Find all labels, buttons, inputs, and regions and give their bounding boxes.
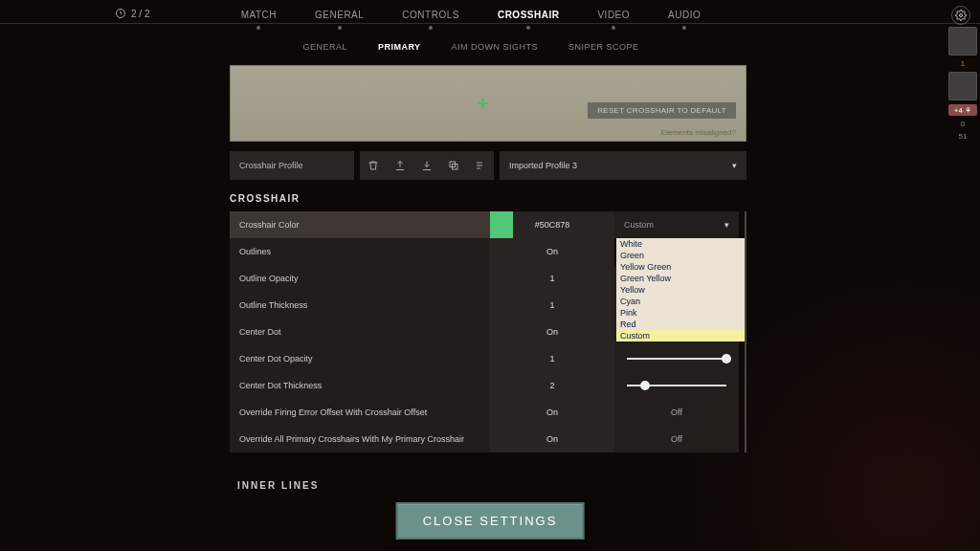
tab-match[interactable]: MATCH xyxy=(241,10,277,20)
chevron-down-icon: ▾ xyxy=(724,220,729,230)
tab-crosshair[interactable]: CROSSHAIR xyxy=(498,10,560,20)
profile-select[interactable]: Imported Profile 3 ▾ xyxy=(500,151,746,180)
crosshair-settings: Crosshair Color #50C878 Custom▾ White Gr… xyxy=(230,211,746,452)
import-profile-button[interactable] xyxy=(417,156,436,175)
section-crosshair: CROSSHAIR xyxy=(230,193,746,204)
subtab-sniper[interactable]: SNIPER SCOPE xyxy=(568,42,639,52)
profile-icon-group xyxy=(360,151,494,180)
tab-controls[interactable]: CONTROLS xyxy=(402,10,459,20)
upload-icon xyxy=(394,160,406,171)
section-inner-lines: INNER LINES xyxy=(237,480,319,491)
party-sidebar: 1 +4 ⚘ 0 51 xyxy=(946,27,980,141)
header-divider xyxy=(0,23,980,24)
override-primary-off-button[interactable]: Off xyxy=(614,426,739,452)
outline-thickness-value[interactable]: 1 xyxy=(490,292,614,319)
party-count-3: 51 xyxy=(959,132,968,141)
center-dot-thickness-slider[interactable] xyxy=(614,372,739,399)
edit-profile-button[interactable] xyxy=(471,156,490,175)
copy-icon xyxy=(448,160,459,171)
label-center-dot-thickness: Center Dot Thickness xyxy=(230,372,490,399)
label-center-dot-opacity: Center Dot Opacity xyxy=(230,345,490,372)
label-override-firing: Override Firing Error Offset With Crossh… xyxy=(230,399,490,426)
profile-selected: Imported Profile 3 xyxy=(509,161,577,170)
chevron-down-icon: ▾ xyxy=(732,161,737,170)
label-outline-opacity: Outline Opacity xyxy=(230,265,490,292)
center-dot-opacity-slider[interactable] xyxy=(614,345,739,372)
color-option-greenyellow[interactable]: Green Yellow xyxy=(616,273,745,284)
download-icon xyxy=(421,160,433,171)
row-center-dot-opacity: Center Dot Opacity 1 xyxy=(230,345,739,372)
misaligned-link[interactable]: Elements misaligned? xyxy=(661,128,736,137)
color-swatch xyxy=(490,211,513,238)
tab-video[interactable]: VIDEO xyxy=(597,10,630,20)
export-profile-button[interactable] xyxy=(390,156,410,175)
list-icon xyxy=(475,160,486,171)
trash-icon xyxy=(368,160,379,171)
settings-gear-button[interactable] xyxy=(951,6,970,25)
label-outlines: Outlines xyxy=(230,238,490,265)
profile-label: Crosshair Profile xyxy=(230,151,354,180)
crosshair-icon: ✛ xyxy=(478,97,488,111)
party-avatar-2[interactable] xyxy=(948,72,977,100)
color-option-cyan[interactable]: Cyan xyxy=(616,296,745,307)
subtab-primary[interactable]: PRIMARY xyxy=(378,42,421,52)
row-override-firing: Override Firing Error Offset With Crossh… xyxy=(230,399,739,426)
row-crosshair-color: Crosshair Color #50C878 Custom▾ White Gr… xyxy=(230,211,739,238)
tab-audio[interactable]: AUDIO xyxy=(668,10,701,20)
nav-secondary: GENERAL PRIMARY AIM DOWN SIGHTS SNIPER S… xyxy=(0,42,942,52)
copy-profile-button[interactable] xyxy=(444,156,463,175)
color-option-red[interactable]: Red xyxy=(616,319,745,330)
tab-general[interactable]: GENERAL xyxy=(315,10,364,20)
outlines-on-button[interactable]: On xyxy=(490,238,614,265)
color-dropdown: White Green Yellow Green Green Yellow Ye… xyxy=(616,238,745,342)
color-option-green[interactable]: Green xyxy=(616,250,745,261)
delete-profile-button[interactable] xyxy=(364,156,383,175)
settings-panel: ✛ RESET CROSSHAIR TO DEFAULT Elements mi… xyxy=(230,65,746,452)
label-center-dot: Center Dot xyxy=(230,319,490,345)
override-primary-on-button[interactable]: On xyxy=(490,426,614,452)
label-crosshair-color: Crosshair Color xyxy=(230,211,490,238)
center-dot-thickness-value[interactable]: 2 xyxy=(490,372,614,399)
center-dot-opacity-value[interactable]: 1 xyxy=(490,345,614,372)
party-badge: +4 ⚘ xyxy=(948,104,977,116)
color-option-white[interactable]: White xyxy=(616,238,745,250)
party-count-1: 1 xyxy=(961,59,965,68)
color-option-yellow[interactable]: Yellow xyxy=(616,284,745,296)
profile-row: Crosshair Profile Imported Profile 3 ▾ xyxy=(230,151,746,180)
override-firing-off-button[interactable]: Off xyxy=(614,399,739,426)
color-preset-select[interactable]: Custom▾ White Green Yellow Green Green Y… xyxy=(614,211,739,238)
gear-icon xyxy=(955,10,967,21)
label-outline-thickness: Outline Thickness xyxy=(230,292,490,319)
crosshair-preview: ✛ RESET CROSSHAIR TO DEFAULT Elements mi… xyxy=(230,65,746,142)
subtab-general[interactable]: GENERAL xyxy=(302,42,347,52)
nav-primary: MATCH GENERAL CONTROLS CROSSHAIR VIDEO A… xyxy=(0,10,942,20)
color-option-pink[interactable]: Pink xyxy=(616,307,745,319)
outline-opacity-value[interactable]: 1 xyxy=(490,265,614,292)
center-dot-on-button[interactable]: On xyxy=(490,319,614,345)
row-center-dot-thickness: Center Dot Thickness 2 xyxy=(230,372,739,399)
override-firing-on-button[interactable]: On xyxy=(490,399,614,426)
color-option-custom[interactable]: Custom xyxy=(616,330,745,342)
row-override-primary: Override All Primary Crosshairs With My … xyxy=(230,426,739,452)
svg-point-1 xyxy=(960,14,963,17)
close-settings-button[interactable]: CLOSE SETTINGS xyxy=(396,502,585,540)
party-avatar-1[interactable] xyxy=(948,27,977,55)
subtab-ads[interactable]: AIM DOWN SIGHTS xyxy=(452,42,539,52)
reset-crosshair-button[interactable]: RESET CROSSHAIR TO DEFAULT xyxy=(588,102,736,119)
label-override-primary: Override All Primary Crosshairs With My … xyxy=(230,426,490,452)
party-count-2: 0 xyxy=(961,120,965,128)
color-hex-input[interactable]: #50C878 xyxy=(490,211,614,238)
color-option-yellowgreen[interactable]: Yellow Green xyxy=(616,261,745,273)
